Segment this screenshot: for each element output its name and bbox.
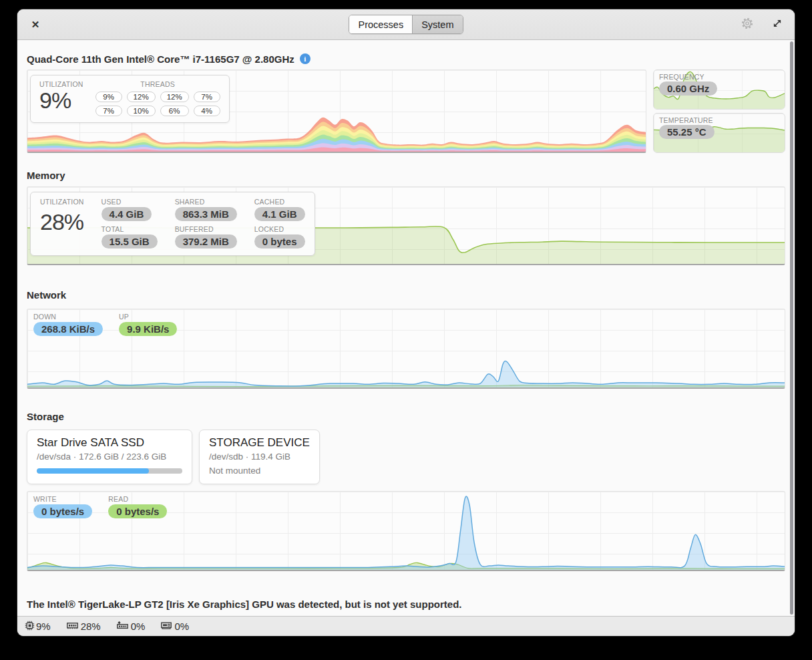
memory-buffered-value: 379.2 MiB [175,234,237,249]
storage-read-value: 0 bytes/s [108,504,167,518]
memory-stats-panel: UTILIZATION 28% USED 4.4 GiB TOTAL 15.5 … [30,192,315,256]
main-content: Quad-Core 11th Gen Intel® Core™ i7-1165G… [17,40,795,616]
memory-used-label: USED [102,198,158,206]
thread-load-pill: 12% [160,92,189,102]
temperature-label: TEMPERATURE [659,116,713,124]
fullscreen-expand-icon[interactable] [772,18,783,31]
temperature-value-badge: 55.25 °C [659,125,715,139]
memory-usage-chart: UTILIZATION 28% USED 4.4 GiB TOTAL 15.5 … [27,186,785,265]
device-name: STORAGE DEVICE [209,436,310,450]
memory-icon [67,621,78,632]
network-down-value: 268.8 KiB/s [33,322,103,336]
system-monitor-window: ✕ Processes System [17,9,795,636]
device-details: /dev/sdb · 119.4 GiB [209,452,310,462]
memory-buffered-label: BUFFERED [175,225,237,233]
close-button[interactable]: ✕ [28,17,43,32]
memory-cached-label: CACHED [254,198,305,206]
cpu-usage-chart: UTILIZATION 9% THREADS 9% 12% 12% 7% 7% … [27,69,646,153]
memory-utilization-value: 28% [40,210,84,234]
memory-locked-value: 0 bytes [254,234,305,249]
device-name: Star Drive SATA SSD [37,436,182,450]
storage-heading: Storage [27,411,785,422]
memory-heading: Memory [27,170,785,181]
memory-cached-value: 4.1 GiB [254,207,305,221]
cpu-usage-value: 9% [36,621,51,632]
frequency-label: FREQUENCY [659,73,704,81]
tab-processes[interactable]: Processes [349,15,412,33]
cpu-stats-panel: UTILIZATION 9% THREADS 9% 12% 12% 7% 7% … [30,75,230,123]
device-mount-status: Not mounted [209,466,310,476]
network-down-label: DOWN [33,313,103,321]
network-up-value: 9.9 KiB/s [119,322,177,336]
storage-read-label: READ [108,495,167,503]
header-bar: ✕ Processes System [17,9,795,40]
memory-shared-label: SHARED [175,198,237,206]
network-usage-value: 0% [174,621,189,632]
storage-device-card: Star Drive SATA SSD /dev/sda · 172.6 GiB… [27,430,192,484]
swap-icon [117,621,128,632]
cpu-title: Quad-Core 11th Gen Intel® Core™ i7-1165G… [27,53,294,65]
thread-load-pill: 6% [160,106,189,116]
status-bar: 9% 28% [17,616,795,636]
cpu-threads-label: THREADS [95,80,220,88]
memory-used-value: 4.4 GiB [102,207,152,221]
network-heading: Network [27,289,785,301]
vertical-scrollbar[interactable] [790,41,793,615]
memory-usage-value: 28% [81,621,101,632]
storage-device-card: STORAGE DEVICE /dev/sdb · 119.4 GiB Not … [199,430,320,484]
thread-load-pill: 12% [127,92,156,102]
swap-usage-value: 0% [131,621,146,632]
frequency-value-badge: 0.60 GHz [659,81,717,96]
thread-load-pill: 4% [194,106,220,116]
thread-load-pill: 7% [194,92,220,102]
thread-load-pill: 7% [95,106,122,116]
cpu-utilization-value: 9% [39,88,83,113]
cpu-temperature-panel: TEMPERATURE 55.25 °C [653,113,785,153]
network-usage-chart: DOWN 268.8 KiB/s UP 9.9 KiB/s [27,309,785,389]
storage-write-value: 0 bytes/s [33,504,92,518]
network-icon [161,621,172,632]
gpu-unsupported-notice: The Intel® TigerLake-LP GT2 [Iris Xe Gra… [27,599,785,610]
memory-total-label: TOTAL [102,225,158,233]
cpu-icon [25,621,35,633]
memory-utilization-label: UTILIZATION [40,198,84,206]
cpu-frequency-panel: FREQUENCY 0.60 GHz [653,69,785,110]
thread-load-pill: 10% [127,106,156,116]
device-usage-progressbar [37,468,182,474]
device-details: /dev/sda · 172.6 GiB / 223.6 GiB [37,452,182,462]
settings-gear-icon[interactable] [741,17,753,32]
thread-load-pill: 9% [95,92,122,102]
memory-total-value: 15.5 GiB [102,234,158,249]
memory-shared-value: 863.3 MiB [175,207,237,221]
tab-system[interactable]: System [412,15,462,33]
storage-write-label: WRITE [33,495,92,503]
cpu-info-icon[interactable]: i [300,53,311,64]
view-tab-switcher: Processes System [349,15,463,34]
network-up-label: UP [119,313,177,321]
memory-locked-label: LOCKED [254,225,305,233]
storage-io-chart: WRITE 0 bytes/s READ 0 bytes/s [27,491,785,571]
